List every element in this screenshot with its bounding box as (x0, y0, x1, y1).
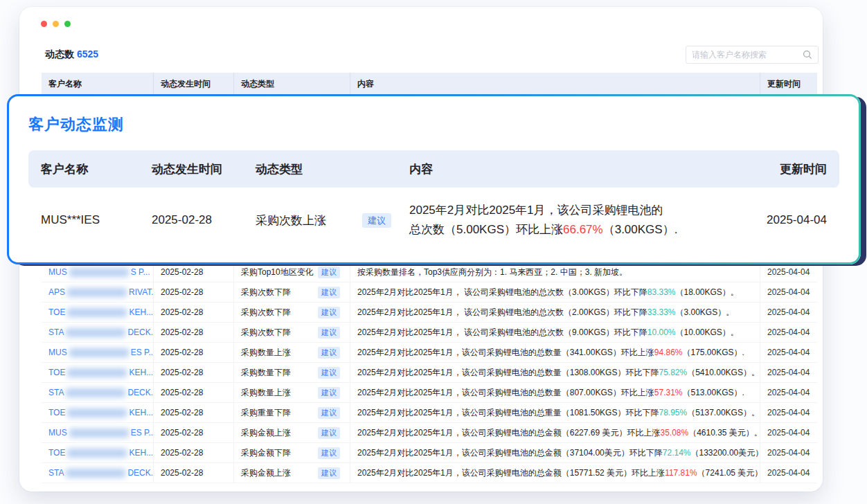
table-row: MUSS P... 2025-02-28 采购Top10地区变化 建议 按采购数… (42, 262, 817, 282)
occur-date: 2025-02-28 (154, 443, 234, 462)
customer-name-link[interactable]: TOEKEH... (42, 303, 154, 322)
table-row: TOEKEH... 2025-02-28 采购数量下降 建议 2025年2月对比… (42, 363, 817, 383)
update-date: 2025-04-04 (760, 383, 817, 402)
update-date: 2025-04-04 (760, 443, 817, 462)
overlay-dynamic-type: 采购次数上涨 (256, 213, 326, 228)
suggestion-badge: 建议 (318, 367, 340, 379)
table-header: 客户名称 动态发生时间 动态类型 内容 更新时间 (42, 73, 817, 95)
table-row: STADECK... 2025-02-28 采购金额上涨 建议 2025年2月对… (42, 463, 817, 483)
update-date: 2025-04-04 (760, 343, 817, 362)
search-icon[interactable] (803, 50, 812, 60)
overlay-col-occur-time: 动态发生时间 (152, 161, 256, 177)
overlay-table-row: MUS***IES 2025-02-28 采购次数上涨 建议 2025年2月对比… (28, 188, 839, 253)
dynamic-content: 2025年2月对比2025年1月，该公司采购锂电池的总重量（1081.50KGS… (350, 403, 760, 422)
table-row: TOEKEH... 2025-02-28 采购次数下降 建议 2025年2月对比… (42, 303, 817, 323)
dynamic-content: 2025年2月对比2025年1月，该公司采购锂电池的总金额（6227.69 美元… (350, 423, 760, 442)
name-privacy-blur (66, 469, 125, 478)
occur-date: 2025-02-28 (154, 303, 234, 322)
update-date: 2025-04-04 (760, 403, 817, 422)
overlay-dynamic-type-cell: 采购次数上涨 建议 (256, 213, 409, 228)
occur-date: 2025-02-28 (154, 463, 234, 483)
name-privacy-blur (67, 308, 127, 317)
table-row: TOEKEH... 2025-02-28 采购金额下降 建议 2025年2月对比… (42, 443, 817, 463)
suggestion-badge: 建议 (318, 447, 340, 459)
dynamic-type-cell: 采购金额下降 建议 (234, 443, 350, 462)
dynamic-type-cell: 采购数量下降 建议 (234, 363, 350, 382)
col-occur-time: 动态发生时间 (154, 73, 234, 95)
overlay-occur-date: 2025-02-28 (152, 213, 256, 227)
dynamics-count: 动态数6525 (45, 48, 98, 61)
dynamic-content: 2025年2月对比2025年1月， 该公司采购锂电池的总次数（3.00KGS）环… (350, 282, 760, 302)
col-content: 内容 (350, 73, 760, 95)
dynamic-type-cell: 采购金额上涨 建议 (234, 463, 350, 483)
customer-name-link[interactable]: MUSES P... (42, 423, 154, 442)
overlay-dynamic-content: 2025年2月对比2025年1月，该公司采购锂电池的 总次数（5.00KGS）环… (409, 201, 738, 239)
overlay-col-dynamic-type: 动态类型 (256, 161, 409, 177)
close-window-button[interactable] (41, 21, 47, 27)
overlay-customer-name: MUS***IES (41, 213, 152, 227)
update-date: 2025-04-04 (760, 262, 817, 282)
dynamic-type-cell: 采购Top10地区变化 建议 (234, 262, 350, 282)
search-input[interactable] (692, 50, 803, 60)
name-privacy-blur (67, 368, 127, 377)
table-row: MUSES P... 2025-02-28 采购金额上涨 建议 2025年2月对… (42, 423, 817, 443)
occur-date: 2025-02-28 (154, 383, 234, 402)
table-row: APSRIVAT... 2025-02-28 采购次数下降 建议 2025年2月… (42, 282, 817, 303)
customer-name-link[interactable]: STADECK... (42, 383, 154, 402)
window-controls (41, 21, 71, 27)
dynamic-content: 2025年2月对比2025年1月，该公司采购锂电池的总数量（807.00KGS）… (350, 383, 760, 402)
customer-name-link[interactable]: TOEKEH... (42, 403, 154, 422)
zoom-window-button[interactable] (64, 21, 71, 27)
suggestion-badge: 建议 (318, 267, 340, 278)
customer-name-link[interactable]: TOEKEH... (42, 363, 154, 382)
overlay-col-update-time: 更新时间 (738, 161, 827, 177)
dynamic-type-cell: 采购次数下降 建议 (234, 282, 350, 302)
overlay-update-date: 2025-04-04 (738, 213, 827, 227)
occur-date: 2025-02-28 (154, 343, 234, 362)
suggestion-badge: 建议 (318, 347, 340, 359)
occur-date: 2025-02-28 (154, 363, 234, 382)
customer-name-link[interactable]: APSRIVAT... (42, 282, 154, 302)
table-row: MUSES P... 2025-02-28 采购数量上涨 建议 2025年2月对… (42, 343, 817, 363)
table-row: TOEKEH... 2025-02-28 采购重量下降 建议 2025年2月对比… (42, 403, 817, 423)
dynamic-type-cell: 采购次数下降 建议 (234, 323, 350, 342)
suggestion-badge: 建议 (318, 387, 340, 399)
col-customer-name: 客户名称 (42, 73, 154, 95)
overlay-col-content: 内容 (409, 161, 738, 177)
dynamic-content: 2025年2月对比2025年1月，该公司采购锂电池的总金额（37104.00美元… (350, 443, 760, 462)
name-privacy-blur (67, 408, 127, 417)
customer-name-link[interactable]: STADECK... (42, 463, 154, 483)
customer-name-link[interactable]: MUSES P... (42, 343, 154, 362)
occur-date: 2025-02-28 (154, 323, 234, 342)
customer-name-link[interactable]: MUSS P... (42, 262, 154, 282)
suggestion-badge: 建议 (318, 307, 340, 318)
name-privacy-blur (69, 348, 129, 357)
suggestion-badge: 建议 (318, 407, 340, 419)
customer-name-link[interactable]: TOEKEH... (42, 443, 154, 462)
customer-search-box[interactable] (686, 46, 819, 64)
table-body: MUSS P... 2025-02-28 采购Top10地区变化 建议 按采购数… (42, 262, 817, 483)
name-privacy-blur (66, 328, 125, 337)
dynamic-content: 2025年2月对比2025年1月，该公司采购锂电池的总数量（1308.00KGS… (350, 363, 760, 382)
dynamic-type-cell: 采购数量上涨 建议 (234, 343, 350, 362)
col-dynamic-type: 动态类型 (234, 73, 350, 95)
dynamic-type-cell: 采购次数下降 建议 (234, 303, 350, 322)
update-date: 2025-04-04 (760, 323, 817, 342)
occur-date: 2025-02-28 (154, 403, 234, 422)
name-privacy-blur (69, 268, 129, 277)
minimize-window-button[interactable] (53, 21, 59, 27)
occur-date: 2025-02-28 (154, 262, 234, 282)
suggestion-badge: 建议 (318, 327, 340, 339)
dynamic-content: 2025年2月对比2025年1月， 该公司采购锂电池的总次数（2.00KGS）环… (350, 303, 760, 322)
suggestion-badge: 建议 (318, 287, 340, 298)
name-privacy-blur (66, 388, 125, 397)
name-privacy-blur (67, 449, 127, 458)
col-update-time: 更新时间 (760, 73, 817, 95)
update-date: 2025-04-04 (760, 423, 817, 442)
dynamic-content: 2025年2月对比2025年1月，该公司采购锂电池的总数量（341.00KGS）… (350, 343, 760, 362)
overlay-table-header: 客户名称 动态发生时间 动态类型 内容 更新时间 (28, 150, 839, 188)
customer-name-link[interactable]: STADECK... (42, 323, 154, 342)
suggestion-badge: 建议 (318, 467, 340, 479)
dynamic-type-cell: 采购重量下降 建议 (234, 403, 350, 422)
name-privacy-blur (67, 288, 127, 297)
